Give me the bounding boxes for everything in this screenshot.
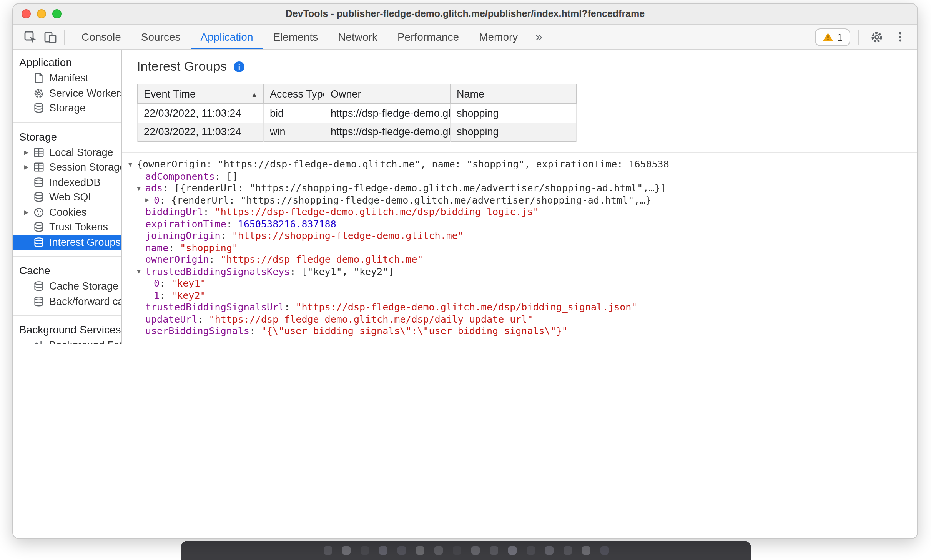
toolbar-separator (858, 30, 859, 44)
sidebar-item-back-forward-cach[interactable]: Back/forward cach (13, 294, 121, 309)
table-row[interactable]: 22/03/2022, 11:03:24winhttps://dsp-fledg… (137, 123, 576, 142)
json-token-plain: : (160, 278, 171, 289)
tree-line[interactable]: ▶0: {renderUrl: "https://shopping-fledge… (128, 194, 917, 206)
json-token-str: "https://dsp-fledge-demo.glitch.me/dsp/b… (296, 302, 637, 313)
tab-application[interactable]: Application (190, 25, 263, 49)
collapse-arrow-icon[interactable]: ▼ (128, 161, 137, 168)
tab-sources[interactable]: Sources (131, 25, 191, 49)
tree-line: ownerOrigin: "https://dsp-fledge-demo.gl… (128, 253, 917, 265)
sidebar-item-manifest[interactable]: Manifest (13, 71, 121, 86)
database-icon (33, 192, 45, 203)
dock-app-icon (360, 546, 369, 555)
expand-arrow-icon[interactable]: ▶ (145, 196, 154, 204)
cell-event-time: 22/03/2022, 11:03:24 (137, 103, 263, 123)
tree-line: trustedBiddingSignalsUrl: "https://dsp-f… (128, 301, 917, 313)
cell-event-time: 22/03/2022, 11:03:24 (137, 123, 263, 142)
json-token-key: 0 (154, 194, 160, 206)
column-header-access-type[interactable]: Access Type (263, 84, 324, 103)
application-sidebar: ApplicationManifestService WorkersStorag… (13, 50, 122, 344)
sidebar-divider (13, 122, 121, 123)
expand-arrow-icon[interactable]: ▶ (24, 209, 33, 216)
cell-owner: https://dsp-fledge-demo.gl… (324, 103, 450, 123)
sidebar-item-interest-groups[interactable]: Interest Groups (13, 235, 121, 250)
json-token-plain: : (203, 206, 215, 218)
sidebar-item-label: Storage (49, 103, 86, 114)
json-token-str: "https://dsp-fledge-demo.glitch.me/dsp/d… (209, 313, 533, 325)
collapse-arrow-icon[interactable]: ▼ (137, 184, 145, 192)
zoom-window-button[interactable] (52, 9, 62, 18)
sidebar-section-title-background-services: Background Services (13, 319, 121, 338)
json-token-key: joiningOrigin (145, 230, 221, 242)
close-window-button[interactable] (22, 9, 31, 18)
json-token-plain: : (284, 302, 296, 313)
warning-icon (823, 32, 833, 41)
tab-elements[interactable]: Elements (263, 25, 328, 49)
sidebar-item-session-storage[interactable]: ▶Session Storage (13, 160, 121, 175)
sidebar-item-indexeddb[interactable]: IndexedDB (13, 175, 121, 190)
json-token-key: ownerOrigin (145, 254, 209, 265)
tree-line: 1: "key2" (128, 289, 917, 301)
collapse-arrow-icon[interactable]: ▼ (137, 268, 145, 275)
titlebar: DevTools - publisher-fledge-demo.glitch.… (13, 4, 917, 25)
warnings-badge[interactable]: 1 (815, 28, 850, 46)
json-token-key: 0 (154, 278, 160, 289)
window-title: DevTools - publisher-fledge-demo.glitch.… (286, 8, 645, 19)
json-token-key: trustedBiddingSignalsUrl (145, 302, 284, 313)
table-row[interactable]: 22/03/2022, 11:03:24bidhttps://dsp-fledg… (137, 103, 576, 123)
sidebar-item-cookies[interactable]: ▶Cookies (13, 205, 121, 220)
info-icon[interactable]: i (234, 61, 244, 72)
dock-app-icon (397, 546, 406, 555)
sidebar-item-label: Back/forward cach (49, 296, 122, 307)
table-icon (33, 162, 45, 173)
tree-line: updateUrl: "https://dsp-fledge-demo.glit… (128, 313, 917, 325)
json-token-str: "key2" (171, 290, 206, 301)
json-token-str: "{\"user_bidding_signals\":\"user_biddin… (261, 325, 568, 337)
minimize-window-button[interactable] (37, 9, 46, 18)
tree-line[interactable]: ▼trustedBiddingSignalsKeys: ["key1", "ke… (128, 265, 917, 277)
settings-gear-icon[interactable] (866, 27, 886, 47)
expand-arrow-icon[interactable]: ▶ (24, 164, 33, 171)
kebab-menu-icon[interactable] (890, 27, 910, 47)
tab-performance[interactable]: Performance (387, 25, 469, 49)
sidebar-item-cache-storage[interactable]: Cache Storage (13, 279, 121, 294)
tree-line[interactable]: ▼{ownerOrigin: "https://dsp-fledge-demo.… (128, 158, 917, 170)
sidebar-section-title-cache: Cache (13, 260, 121, 279)
sidebar-item-web-sql[interactable]: Web SQL (13, 190, 121, 205)
column-header-name[interactable]: Name (450, 84, 576, 103)
cell-name: shopping (450, 103, 576, 123)
dock-app-icon (563, 546, 572, 555)
column-header-owner[interactable]: Owner (324, 84, 450, 103)
dock (181, 541, 751, 560)
sidebar-item-storage[interactable]: Storage (13, 101, 121, 116)
json-token-plain: : (168, 242, 180, 253)
sidebar-item-background-fetch[interactable]: Background Fetch (13, 338, 121, 344)
more-tabs-button[interactable]: » (535, 30, 542, 44)
expand-arrow-icon[interactable]: ▶ (24, 149, 33, 156)
column-header-event-time[interactable]: Event Time▲ (137, 84, 263, 103)
database-icon (33, 281, 45, 292)
dock-app-icon (323, 546, 332, 555)
tab-memory[interactable]: Memory (469, 25, 528, 49)
json-token-key: updateUrl (145, 313, 197, 325)
dock-app-icon (416, 546, 424, 555)
sidebar-item-local-storage[interactable]: ▶Local Storage (13, 145, 121, 160)
json-token-str: "https://dsp-fledge-demo.glitch.me" (221, 254, 423, 265)
dock-app-icon (434, 546, 442, 555)
page-title: Interest Groups (137, 59, 227, 75)
sidebar-item-service-workers[interactable]: Service Workers (13, 86, 121, 101)
json-token-str: "key1" (171, 278, 206, 289)
tab-network[interactable]: Network (328, 25, 387, 49)
sidebar-item-trust-tokens[interactable]: Trust Tokens (13, 220, 121, 235)
json-token-str: "shopping" (180, 242, 238, 253)
database-icon (33, 222, 45, 233)
sidebar-item-label: Web SQL (49, 192, 94, 203)
sort-asc-icon: ▲ (251, 91, 258, 98)
tree-line[interactable]: ▼ads: [{renderUrl: "https://shopping-fle… (128, 182, 917, 194)
device-toolbar-icon[interactable] (40, 27, 60, 47)
tree-line: adComponents: [] (128, 170, 917, 182)
json-token-plain: : ["key1", "key2"] (290, 266, 394, 277)
tab-console[interactable]: Console (71, 25, 131, 49)
sidebar-item-label: Trust Tokens (49, 222, 108, 233)
json-token-key: 1 (154, 290, 160, 301)
inspect-icon[interactable] (20, 27, 40, 47)
